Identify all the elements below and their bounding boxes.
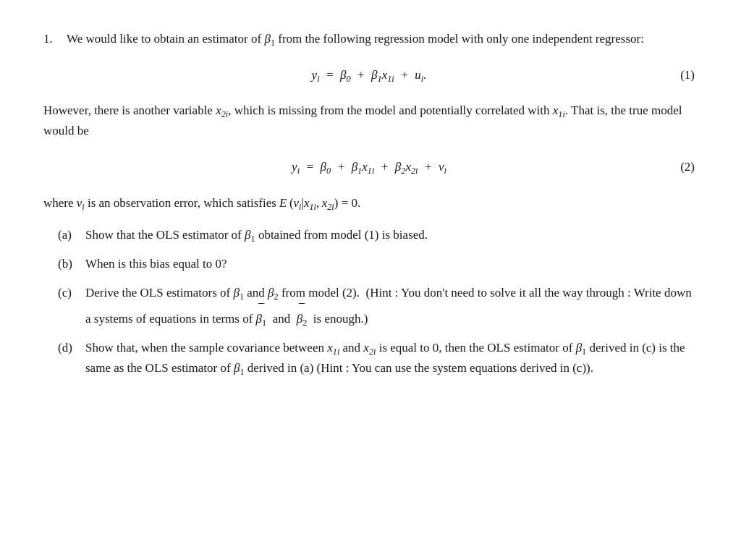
sub-item-a-label: (a) — [58, 225, 78, 245]
paragraph-1: However, there is another variable x2i, … — [43, 101, 695, 141]
sub-item-b-label: (b) — [58, 254, 78, 274]
sub-item-d-content: Show that, when the sample covariance be… — [85, 338, 695, 378]
sub-item-b-content: When is this bias equal to 0? — [85, 254, 695, 274]
equation-2: yi = β0 + β1x1i + β2x2i + vi (2) — [43, 157, 695, 177]
sub-item-c-content: Derive the OLS estimators of β1 and β2 f… — [85, 283, 695, 329]
sub-items: (a) Show that the OLS estimator of β1 ob… — [43, 225, 695, 378]
sub-item-d-label: (d) — [58, 338, 78, 378]
equation-1-content: yi = β0 + β1x1i + ui. — [312, 65, 427, 85]
equation-2-number: (2) — [680, 157, 695, 177]
sub-item-d: (d) Show that, when the sample covarianc… — [58, 338, 695, 378]
problem-container: 1. We would like to obtain an estimator … — [43, 29, 695, 378]
equation-1-number: (1) — [680, 65, 695, 85]
sub-item-b: (b) When is this bias equal to 0? — [58, 254, 695, 274]
problem-intro: We would like to obtain an estimator of … — [67, 29, 644, 49]
equation-2-content: yi = β0 + β1x1i + β2x2i + vi — [292, 157, 446, 177]
sub-item-c: (c) Derive the OLS estimators of β1 and … — [58, 283, 695, 329]
equation-1: yi = β0 + β1x1i + ui. (1) — [43, 65, 695, 85]
sub-item-c-label: (c) — [58, 283, 78, 329]
sub-item-a: (a) Show that the OLS estimator of β1 ob… — [58, 225, 695, 245]
problem-number: 1. — [43, 29, 61, 49]
problem-header: 1. We would like to obtain an estimator … — [43, 29, 695, 49]
sub-item-a-content: Show that the OLS estimator of β1 obtain… — [85, 225, 695, 245]
paragraph-2: where vi is an observation error, which … — [43, 193, 695, 213]
